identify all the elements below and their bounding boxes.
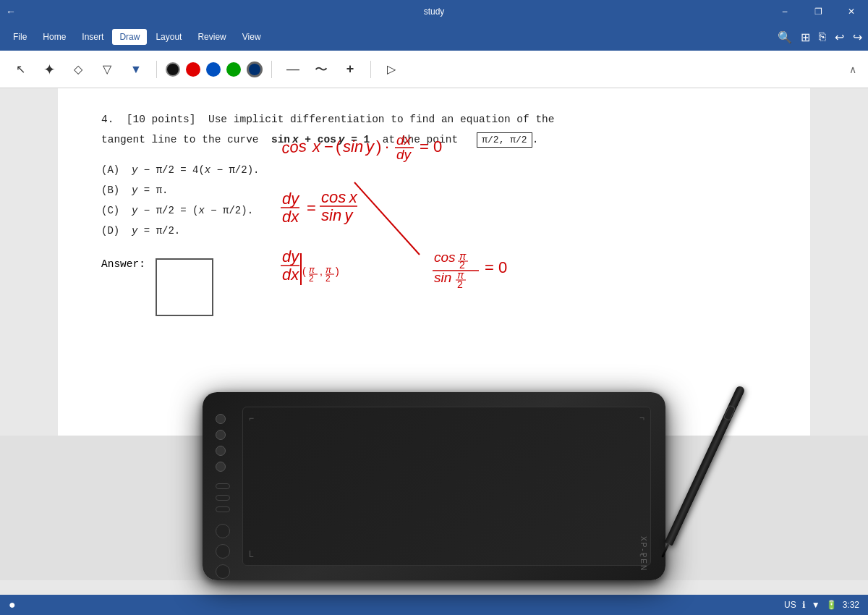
menu-review[interactable]: Review: [190, 29, 233, 45]
problem-line1: 4. [10 points] Use implicit differentiat…: [101, 110, 767, 130]
triangle-tool[interactable]: ▽: [95, 58, 119, 81]
toolbar: ↖ ✦ ◇ ▽ ▼ — 〜 + ▷ ∧: [0, 51, 868, 88]
problem-line2: tangent line to the curve sin x + cos y …: [101, 130, 767, 150]
status-bar: ● US ℹ ▼ 🔋 3:32: [0, 595, 868, 615]
tablet-scroll-2[interactable]: [216, 544, 230, 559]
window-title: study: [424, 7, 445, 17]
close-button[interactable]: ✕: [835, 0, 868, 23]
menu-insert[interactable]: Insert: [75, 29, 111, 45]
triangle-filled-tool[interactable]: ▼: [124, 58, 148, 81]
app-window: ← study – ❐ ✕ File Home Insert Draw Layo…: [0, 0, 868, 615]
menu-file[interactable]: File: [6, 29, 34, 45]
line-tool[interactable]: —: [281, 58, 304, 81]
menu-draw[interactable]: Draw: [112, 29, 147, 45]
redo-icon[interactable]: ↪: [853, 30, 862, 44]
point-display: π/2, π/2: [477, 132, 532, 148]
menu-home[interactable]: Home: [35, 29, 73, 45]
tablet-scroll-1[interactable]: [216, 524, 230, 538]
color-dark[interactable]: [247, 62, 263, 77]
search-icon[interactable]: 🔍: [778, 30, 792, 44]
wave-tool[interactable]: 〜: [310, 58, 333, 81]
answer-label: Answer:: [101, 258, 145, 270]
answer-box[interactable]: [156, 258, 213, 316]
color-black[interactable]: [166, 62, 180, 77]
battery-icon: 🔋: [826, 600, 837, 610]
region-label: US: [784, 600, 796, 610]
handwritten-math: cos x − ( sin y ) · dx dy = 0 dy dx = co…: [275, 110, 680, 399]
tablet-scroll-3[interactable]: [216, 564, 230, 579]
view-icon[interactable]: ⊞: [801, 30, 810, 44]
answer-section: Answer:: [101, 258, 767, 316]
tablet-btn-4[interactable]: [216, 462, 226, 472]
menu-bar: File Home Insert Draw Layout Review View…: [0, 23, 868, 51]
share-icon[interactable]: ⎘: [819, 30, 826, 43]
tablet-btn-6[interactable]: [216, 495, 230, 501]
option-b: (B) y = π.: [101, 180, 767, 200]
window-controls: – ❐ ✕: [768, 0, 868, 23]
record-button[interactable]: ●: [9, 598, 16, 611]
problem-number: 4. [10 points] Use implicit differentiat…: [101, 114, 555, 125]
time-display: 3:32: [843, 600, 859, 610]
status-right: US ℹ ▼ 🔋 3:32: [784, 600, 859, 610]
tablet-btn-2[interactable]: [216, 430, 226, 440]
menu-items: File Home Insert Draw Layout Review View: [6, 29, 268, 45]
more-tool[interactable]: ▷: [380, 58, 403, 81]
separator-2: [271, 61, 272, 78]
tablet-body: ⌐ ¬ L ⌐ XP-PEN: [203, 392, 665, 580]
status-left: ●: [9, 598, 16, 611]
corner-bl: L: [249, 549, 254, 559]
separator-1: [156, 61, 157, 78]
option-c: (C) y − π/2 = (x − π/2).: [101, 200, 767, 221]
option-a: (A) y − π/2 = 4(x − π/2).: [101, 160, 767, 180]
collapse-icon[interactable]: ∧: [849, 64, 856, 75]
lasso-tool[interactable]: ✦: [38, 58, 61, 81]
tablet-surface[interactable]: ⌐ ¬ L ⌐: [242, 407, 651, 566]
menu-right-icons: 🔍 ⊞ ⎘ ↩ ↪: [778, 30, 862, 44]
back-button[interactable]: ←: [6, 6, 16, 17]
menu-layout[interactable]: Layout: [148, 29, 189, 45]
tablet-btn-7[interactable]: [216, 506, 230, 512]
problem-block: 4. [10 points] Use implicit differentiat…: [101, 110, 767, 150]
color-red[interactable]: [186, 62, 200, 77]
add-tool[interactable]: +: [339, 58, 362, 81]
maximize-button[interactable]: ❐: [801, 0, 835, 23]
pointer-tool[interactable]: ↖: [9, 58, 32, 81]
corner-tl: ⌐: [249, 413, 254, 423]
minimize-button[interactable]: –: [768, 0, 801, 23]
undo-icon[interactable]: ↩: [835, 30, 844, 44]
info-icon[interactable]: ℹ: [802, 600, 806, 610]
brand-label: XP-PEN: [639, 536, 647, 572]
color-green[interactable]: [226, 62, 241, 77]
separator-3: [370, 61, 371, 78]
corner-tr: ¬: [639, 413, 644, 423]
options-block: (A) y − π/2 = 4(x − π/2). (B) y = π. (C)…: [101, 160, 767, 241]
tablet-btn-3[interactable]: [216, 446, 226, 456]
tablet-btn-5[interactable]: [216, 483, 230, 489]
title-bar: ← study – ❐ ✕: [0, 0, 868, 23]
option-d: (D) y = π/2.: [101, 221, 767, 241]
tablet-container: ⌐ ¬ L ⌐ XP-PEN: [181, 378, 687, 595]
eraser-tool[interactable]: ◇: [67, 58, 90, 81]
menu-view[interactable]: View: [235, 29, 268, 45]
tablet-buttons: [216, 414, 230, 579]
color-blue[interactable]: [206, 62, 221, 77]
dropdown-icon[interactable]: ▼: [812, 600, 820, 610]
tablet-btn-1[interactable]: [216, 414, 226, 424]
